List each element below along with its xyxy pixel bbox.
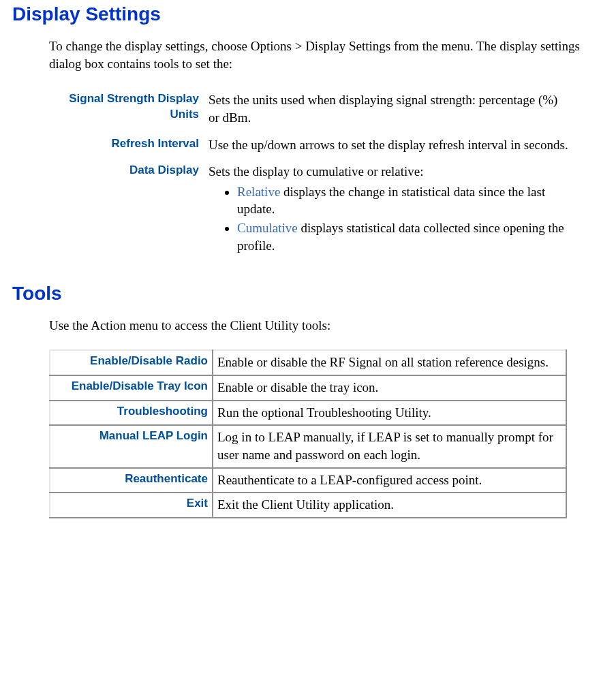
bullet-cumulative: Cumulative displays statistical data col… [237,219,570,254]
def-label: Data Display [49,163,204,178]
tool-label-exit: Exit [50,493,213,518]
def-row-signal-strength: Signal Strength Display Units Sets the u… [49,91,611,126]
bullet-rest: displays the change in statistical data … [237,185,545,217]
tool-label-manual-leap-login: Manual LEAP Login [50,425,213,467]
tool-label-troubleshooting: Troubleshooting [50,401,213,426]
heading-display-settings: Display Settings [12,3,616,25]
def-row-refresh-interval: Refresh Interval Use the up/down arrows … [49,136,611,154]
def-value: Use the up/down arrows to set the displa… [204,136,570,154]
def-label: Signal Strength Display Units [49,91,204,123]
tool-desc: Run the optional Troubleshooting Utility… [213,401,566,426]
term-cumulative: Cumulative [237,221,298,235]
heading-tools: Tools [12,283,616,305]
tool-label-enable-disable-tray-icon: Enable/Disable Tray Icon [50,375,213,401]
tool-label-enable-disable-radio: Enable/Disable Radio [50,350,213,375]
def-value-text: Sets the display to cumulative or relati… [209,164,424,178]
def-row-data-display: Data Display Sets the display to cumulat… [49,163,611,255]
term-relative: Relative [237,185,280,199]
tools-intro: Use the Action menu to access the Client… [49,318,611,333]
data-display-bullets: Relative displays the change in statisti… [209,183,570,255]
table-row: Exit Exit the Client Utility application… [50,493,566,518]
tool-desc: Enable or disable the tray icon. [213,375,566,401]
tool-desc: Reauthenticate to a LEAP-configured acce… [213,468,566,493]
table-row: Troubleshooting Run the optional Trouble… [50,401,566,426]
display-settings-intro: To change the display settings, choose O… [49,37,611,72]
tool-desc: Enable or disable the RF Signal on all s… [213,350,566,375]
def-value: Sets the display to cumulative or relati… [204,163,570,255]
table-row: Reauthenticate Reauthenticate to a LEAP-… [50,468,566,493]
def-value: Sets the units used when displaying sign… [204,91,570,126]
tool-desc: Log in to LEAP manually, if LEAP is set … [213,425,566,467]
bullet-relative: Relative displays the change in statisti… [237,183,570,218]
tools-table: Enable/Disable Radio Enable or disable t… [49,349,567,518]
def-label: Refresh Interval [49,136,204,152]
tool-label-reauthenticate: Reauthenticate [50,468,213,493]
table-row: Enable/Disable Radio Enable or disable t… [50,350,566,375]
table-row: Manual LEAP Login Log in to LEAP manuall… [50,425,566,467]
tool-desc: Exit the Client Utility application. [213,493,566,518]
table-row: Enable/Disable Tray Icon Enable or disab… [50,375,566,401]
